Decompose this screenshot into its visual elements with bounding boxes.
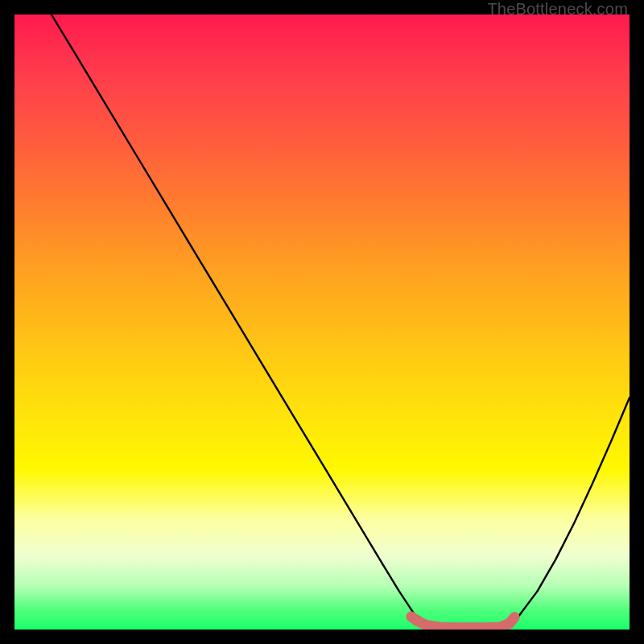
chart-frame: TheBottleneck.com (0, 0, 644, 644)
heat-gradient-background (14, 14, 630, 630)
plot-area (14, 14, 630, 630)
